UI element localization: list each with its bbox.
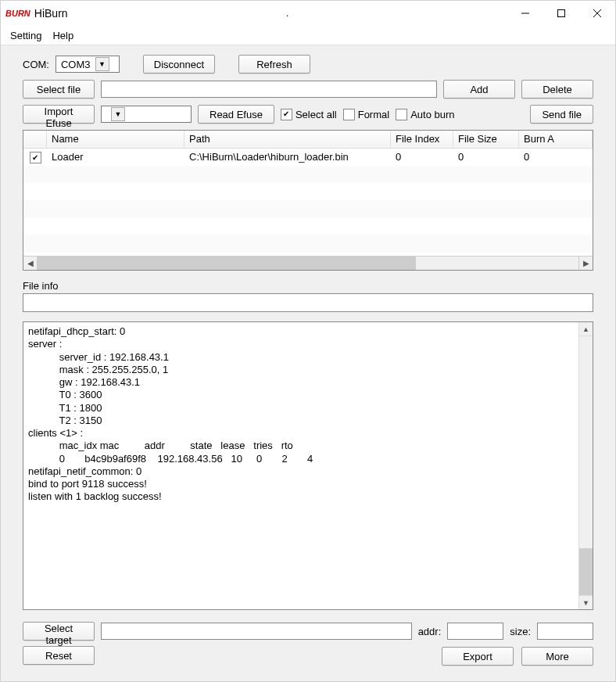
auto-burn-label: Auto burn [410, 109, 454, 120]
title-center-dot: . [68, 8, 507, 19]
select-all-checkbox[interactable]: Select all [281, 109, 337, 120]
formal-label: Formal [358, 109, 389, 120]
close-button[interactable] [579, 1, 615, 26]
file-path-input[interactable] [101, 81, 437, 98]
chevron-down-icon: ▼ [95, 57, 109, 71]
app-logo: BURN [5, 9, 30, 18]
send-file-button[interactable]: Send file [530, 105, 593, 124]
log-panel: netifapi_dhcp_start: 0 server : server_i… [23, 321, 593, 610]
table-row [23, 166, 593, 183]
select-target-button[interactable]: Select target [23, 622, 95, 641]
log-output[interactable]: netifapi_dhcp_start: 0 server : server_i… [23, 322, 578, 609]
table-row [23, 183, 593, 200]
import-efuse-button[interactable]: Import Efuse [23, 105, 95, 124]
efuse-select[interactable]: ▼ [101, 106, 192, 123]
checkbox-icon [396, 109, 407, 120]
row-file-index: 0 [391, 149, 453, 166]
row-burn-addr: 0 [519, 149, 593, 166]
checkbox-icon: ✔ [30, 152, 41, 163]
file-table: Name Path File Index File Size Burn A ✔ … [23, 130, 593, 271]
table-header-burn-addr[interactable]: Burn A [519, 131, 593, 148]
row-file-size: 0 [453, 149, 519, 166]
file-info-box [23, 293, 593, 312]
addr-label: addr: [418, 626, 442, 637]
scroll-thumb[interactable] [579, 548, 593, 595]
formal-checkbox[interactable]: Formal [343, 109, 389, 120]
select-all-label: Select all [295, 109, 337, 120]
table-row[interactable]: ✔ Loader C:\HiBurn\Loader\hiburn_loader.… [23, 149, 593, 166]
reset-button[interactable]: Reset [23, 646, 95, 665]
minimize-icon [521, 9, 529, 17]
table-row [23, 217, 593, 235]
delete-button[interactable]: Delete [521, 80, 593, 99]
vertical-scrollbar[interactable]: ▲ ▼ [578, 322, 593, 609]
table-header-check[interactable] [23, 131, 47, 148]
app-window: BURN HiBurn . Setting Help COM: COM3 ▼ D… [0, 0, 616, 682]
scroll-right-icon[interactable]: ▶ [578, 257, 593, 270]
size-label: size: [510, 626, 531, 637]
checkbox-icon [343, 109, 355, 120]
scroll-track[interactable] [38, 257, 578, 270]
disconnect-button[interactable]: Disconnect [143, 55, 215, 74]
more-button[interactable]: More [521, 647, 593, 666]
scroll-up-icon[interactable]: ▲ [579, 322, 593, 336]
scroll-thumb[interactable] [38, 257, 416, 270]
size-input[interactable] [537, 623, 593, 640]
checkbox-icon [281, 109, 292, 120]
read-efuse-button[interactable]: Read Efuse [198, 105, 274, 124]
select-file-button[interactable]: Select file [23, 80, 95, 99]
export-button[interactable]: Export [442, 647, 514, 666]
target-input[interactable] [101, 623, 412, 640]
table-row [23, 235, 593, 252]
chevron-down-icon: ▼ [111, 107, 125, 121]
com-label: COM: [23, 59, 49, 70]
bottom-right-buttons: Export More [442, 647, 593, 666]
menu-setting[interactable]: Setting [10, 30, 41, 41]
table-row [23, 200, 593, 217]
com-select-value: COM3 [61, 59, 91, 70]
close-icon [593, 9, 601, 17]
table-header-path[interactable]: Path [184, 131, 391, 148]
refresh-button[interactable]: Refresh [238, 55, 310, 74]
file-info-label: File info [23, 280, 593, 292]
table-header-file-index[interactable]: File Index [391, 131, 453, 148]
menubar: Setting Help [1, 26, 615, 45]
com-select[interactable]: COM3 ▼ [56, 56, 120, 73]
scroll-track[interactable] [579, 336, 593, 595]
row-name: Loader [47, 149, 184, 166]
table-body: ✔ Loader C:\HiBurn\Loader\hiburn_loader.… [23, 149, 593, 256]
scroll-down-icon[interactable]: ▼ [579, 595, 593, 609]
row-checkbox[interactable]: ✔ [23, 149, 47, 166]
window-title: HiBurn [34, 7, 68, 20]
addr-input[interactable] [447, 623, 503, 640]
maximize-icon [557, 9, 565, 17]
maximize-button[interactable] [543, 1, 579, 26]
titlebar: BURN HiBurn . [1, 1, 615, 26]
auto-burn-checkbox[interactable]: Auto burn [396, 109, 454, 120]
add-button[interactable]: Add [443, 80, 515, 99]
table-header: Name Path File Index File Size Burn A [23, 131, 593, 149]
client-area: COM: COM3 ▼ Disconnect Refresh Select fi… [1, 45, 615, 681]
row-path: C:\HiBurn\Loader\hiburn_loader.bin [184, 149, 391, 166]
table-header-file-size[interactable]: File Size [453, 131, 519, 148]
horizontal-scrollbar[interactable]: ◀ ▶ [23, 256, 593, 270]
window-controls [507, 1, 615, 26]
bottom-section: Select target addr: size: Reset Export M… [23, 621, 593, 670]
table-header-name[interactable]: Name [47, 131, 184, 148]
svg-rect-1 [558, 10, 565, 17]
menu-help[interactable]: Help [52, 30, 73, 41]
minimize-button[interactable] [507, 1, 543, 26]
scroll-left-icon[interactable]: ◀ [23, 257, 38, 270]
